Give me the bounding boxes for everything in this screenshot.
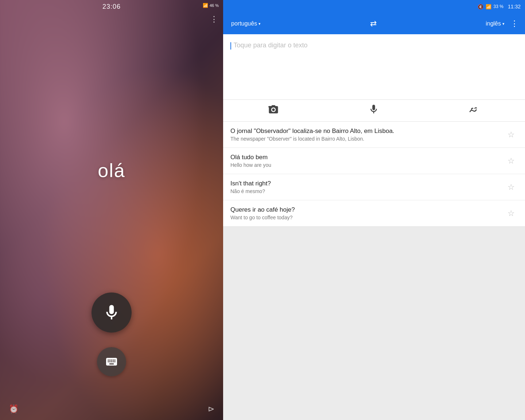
translation-texts-4: Queres ir ao café hoje? Want to go to co… [230, 206, 505, 220]
translation-secondary-4: Want to go to coffee today? [230, 215, 505, 220]
star-button-1[interactable]: ☆ [505, 129, 518, 141]
right-panel: 🔇 📶 33 % 11:32 português ▾ ⇄ inglês ▾ ⋮ … [223, 0, 525, 420]
bottom-gray-area [223, 227, 525, 420]
greeting-text: olá [98, 160, 125, 181]
left-panel: 23:06 📶 46 % ⋮ olá ⏰ ⊳ [0, 0, 223, 420]
swap-icon: ⇄ [370, 19, 377, 28]
handwrite-tool-button[interactable] [461, 101, 487, 121]
translation-secondary-2: Hello how are you [230, 162, 505, 168]
svg-rect-0 [268, 106, 271, 107]
share-icon[interactable]: ⊳ [208, 404, 214, 414]
left-status-bar: 23:06 📶 46 % [0, 0, 223, 13]
microphone-icon [102, 303, 121, 322]
text-cursor [230, 42, 231, 50]
handwrite-icon [468, 103, 480, 115]
battery-text: 46 % [210, 3, 219, 8]
left-status-time: 23:06 [102, 3, 121, 11]
mic-tool-icon [368, 104, 379, 115]
left-menu-button[interactable]: ⋮ [210, 15, 218, 24]
translation-primary-2: Olá tudo bem [230, 154, 505, 161]
mic-button[interactable] [92, 293, 132, 333]
right-status-time: 11:32 [508, 4, 521, 9]
translation-texts-2: Olá tudo bem Hello how are you [230, 154, 505, 168]
wifi-icon-right: 📶 [486, 4, 491, 9]
mute-icon: 🔇 [478, 4, 483, 9]
translation-secondary-3: Não é mesmo? [230, 188, 505, 194]
input-tools-bar [223, 100, 525, 122]
right-battery-text: 33 % [494, 4, 503, 9]
translator-toolbar: português ▾ ⇄ inglês ▾ ⋮ [223, 13, 525, 34]
swap-languages-button[interactable]: ⇄ [264, 19, 482, 28]
camera-tool-button[interactable] [261, 101, 286, 120]
translation-primary-1: O jornal "Observador" localiza-se no Bai… [230, 127, 505, 135]
star-button-4[interactable]: ☆ [505, 207, 518, 220]
translation-item-2[interactable]: Olá tudo bem Hello how are you ☆ [223, 148, 525, 174]
left-bottom-bar: ⏰ ⊳ [0, 398, 223, 420]
left-status-icons: 📶 46 % [203, 3, 219, 8]
translation-item-3[interactable]: Isn't that right? Não é mesmo? ☆ [223, 174, 525, 200]
translation-item-1[interactable]: O jornal "Observador" localiza-se no Bai… [223, 122, 525, 148]
mic-tool-button[interactable] [361, 101, 386, 120]
right-status-bar: 🔇 📶 33 % 11:32 [223, 0, 525, 13]
translation-texts-1: O jornal "Observador" localiza-se no Bai… [230, 127, 505, 142]
text-input-area[interactable]: Toque para digitar o texto [223, 34, 525, 100]
source-language-dropdown-arrow: ▾ [258, 21, 261, 26]
translation-primary-3: Isn't that right? [230, 180, 505, 187]
keyboard-icon [105, 355, 118, 368]
keyboard-button[interactable] [97, 347, 126, 376]
clock-icon[interactable]: ⏰ [9, 404, 19, 414]
translations-list: O jornal "Observador" localiza-se no Bai… [223, 122, 525, 227]
translation-secondary-1: The newspaper "Observer" is located in B… [230, 136, 505, 142]
input-placeholder: Toque para digitar o texto [233, 42, 307, 49]
star-button-3[interactable]: ☆ [505, 181, 518, 193]
source-language-button[interactable]: português ▾ [228, 18, 264, 29]
target-language-label: inglês [486, 20, 501, 27]
translation-item-4[interactable]: Queres ir ao café hoje? Want to go to co… [223, 200, 525, 227]
target-language-dropdown-arrow: ▾ [502, 21, 505, 26]
target-language-button[interactable]: inglês ▾ [482, 18, 508, 29]
camera-icon [268, 104, 279, 115]
translation-primary-4: Queres ir ao café hoje? [230, 206, 505, 213]
source-language-label: português [231, 20, 257, 27]
toolbar-menu-button[interactable]: ⋮ [508, 17, 521, 31]
star-button-2[interactable]: ☆ [505, 155, 518, 167]
translation-texts-3: Isn't that right? Não é mesmo? [230, 180, 505, 194]
wifi-icon: 📶 [203, 3, 208, 8]
